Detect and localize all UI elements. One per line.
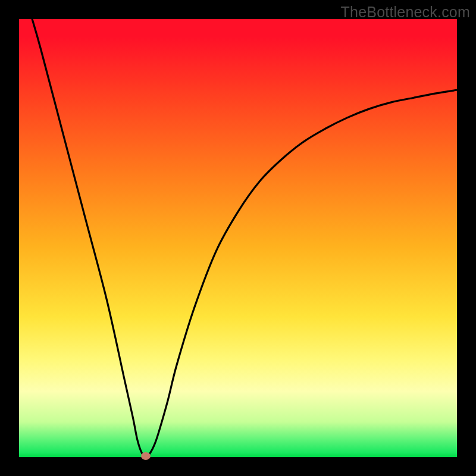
watermark-text: TheBottleneck.com	[341, 4, 470, 21]
curve-path	[32, 19, 457, 457]
bottleneck-curve	[19, 19, 457, 457]
plot-area	[19, 19, 457, 457]
chart-frame: TheBottleneck.com	[0, 0, 476, 476]
minimum-marker	[141, 452, 151, 460]
